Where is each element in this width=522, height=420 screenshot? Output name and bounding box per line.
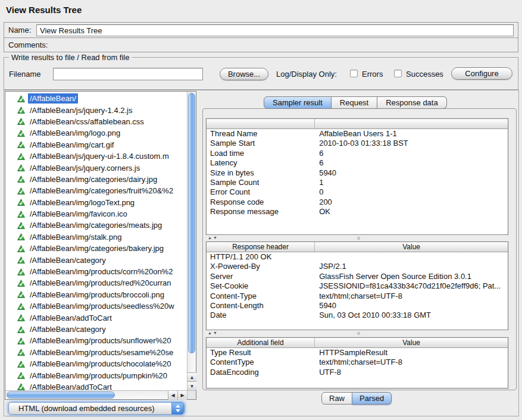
table-cell-value [315,252,508,262]
success-triangle-check-icon [17,291,25,298]
split-collapse-arrows-icon[interactable]: ▲▼ [208,236,218,240]
table-row[interactable]: HTTP/1.1 200 OK [207,252,508,262]
table-row[interactable]: Latency6 [207,158,508,168]
successes-checkbox-label[interactable]: Successes [406,70,443,79]
tree-item[interactable]: /AffableBean/img/favicon.ico [5,208,187,220]
tree-item[interactable]: /AffableBean/img/products/sunflower%20 [5,335,187,346]
tree-item[interactable]: /AffableBean/img/products/red%20curran [5,277,187,289]
errors-checkbox[interactable] [350,70,358,77]
tree-item[interactable]: /AffableBean/img/categories/fruit%20&%2 [5,185,187,196]
tree-item[interactable]: /AffableBean/img/stalk.png [5,231,187,243]
name-input[interactable] [36,24,514,36]
up-down-stepper-icon[interactable] [171,402,184,415]
parsed-button[interactable]: Parsed [352,392,392,405]
renderer-dropdown[interactable]: HTML (download embedded resources) [8,402,185,415]
tree-item[interactable]: /AffableBean/img/cart.gif [5,139,187,151]
split-divider[interactable]: ▲▼ [206,235,508,242]
tree-item-label: /AffableBean/ [28,93,78,104]
table-row[interactable]: Thread NameAffableBean Users 1-1 [207,129,508,139]
successes-checkbox[interactable] [394,70,402,77]
table-cell-value: text/html;charset=UTF-8 [315,292,508,301]
scroll-up-button[interactable]: ▲ [187,372,196,381]
errors-checkbox-label[interactable]: Errors [362,70,383,79]
split-handle-icon[interactable] [357,237,360,240]
raw-button[interactable]: Raw [321,392,352,405]
tab-response-data[interactable]: Response data [377,96,446,109]
tree-item-label: /AffableBean/img/products/pumpkin%20 [28,371,169,381]
comments-input[interactable] [48,39,515,51]
tree-item[interactable]: /AffableBean/img/categories/dairy.jpg [5,174,187,185]
table-row[interactable]: Type ResultHTTPSampleResult [207,348,508,358]
configure-button[interactable]: Configure [451,67,512,80]
table-cell-value: 6 [315,149,508,158]
response-value-col: Value [315,242,508,252]
table-row[interactable]: Content-Length5940 [207,301,508,311]
split-handle-icon[interactable] [357,332,360,335]
tree-item[interactable]: /AffableBean/category [5,254,187,265]
success-triangle-check-icon [17,245,25,252]
table-row[interactable]: X-Powered-ByJSP/2.1 [207,262,508,271]
tree-item[interactable]: /AffableBean/addToCart [5,312,187,323]
table-row[interactable]: Load time6 [207,149,508,158]
tree-item[interactable]: /AffableBean/img/products/sesame%20se [5,347,187,358]
table-row[interactable]: Set-CookieJSESSIONID=f81ca433b34c70d21f0… [207,281,508,291]
filename-input[interactable] [53,68,203,80]
tree-item[interactable]: /AffableBean/category [5,324,187,335]
table-cell-name: Server [207,272,315,281]
scroll-left-button[interactable]: ◀ [168,391,177,400]
vertical-scrollbar[interactable]: ▲ ▼ [187,92,196,390]
table-row[interactable]: Sample Count1 [207,178,508,187]
table-row[interactable]: Sample Start2010-10-03 01:33:18 BST [207,139,508,148]
tree-item[interactable]: /AffableBean/css/affablebean.css [5,116,187,127]
table-cell-value: 5940 [315,168,508,178]
table-row[interactable]: ServerGlassFish Server Open Source Editi… [207,272,508,281]
log-display-only-label: Log/Display Only: [276,70,337,79]
vertical-scrollbar-thumb[interactable] [188,93,195,353]
horizontal-scrollbar[interactable]: ◀ ▶ [5,390,187,399]
success-triangle-check-icon [17,118,25,125]
table-cell-name: Sample Start [207,139,315,148]
table-row[interactable]: Error Count0 [207,187,508,197]
browse-button[interactable]: Browse... [220,68,268,80]
scroll-down-button[interactable]: ▼ [187,381,196,390]
table-row[interactable]: DataEncodingUTF-8 [207,368,508,377]
tree-item[interactable]: /AffableBean/img/logo.png [5,127,187,139]
tree-item[interactable]: /AffableBean/js/jquery.corners.js [5,162,187,173]
scroll-right-button[interactable]: ▶ [177,391,187,400]
tree-item[interactable]: /AffableBean/img/categories/bakery.jpg [5,243,187,254]
table-cell-name: Response message [207,207,315,217]
split-divider[interactable]: ▲▼ [206,330,508,337]
name-row: Name: [4,22,518,38]
success-triangle-check-icon [17,95,25,102]
table-row[interactable]: DateSun, 03 Oct 2010 00:33:18 GMT [207,311,508,320]
split-collapse-arrows-icon[interactable]: ▲▼ [208,331,218,335]
tab-request[interactable]: Request [332,96,377,109]
table-row[interactable]: Content-Typetext/html;charset=UTF-8 [207,292,508,301]
success-triangle-check-icon [17,222,25,229]
table-cell-value: 5940 [315,301,508,311]
tree-item[interactable]: /AffableBean/ [5,93,187,104]
tree-item[interactable]: /AffableBean/img/logoText.png [5,197,187,208]
tree-item[interactable]: /AffableBean/js/jquery-1.4.2.js [5,104,187,115]
tab-sampler-result[interactable]: Sampler result [264,96,332,109]
table-cell-name: DataEncoding [207,368,315,377]
tree-item[interactable]: /AffableBean/img/categories/meats.jpg [5,220,187,231]
table-cell-name: Thread Name [207,129,315,139]
tree-item[interactable]: /AffableBean/js/jquery-ui-1.8.4.custom.m [5,151,187,162]
table-row[interactable]: Response code200 [207,198,508,207]
tree-item-label: /AffableBean/img/products/broccoli.png [28,290,166,300]
tree-item[interactable]: /AffableBean/addToCart [5,381,187,390]
tree-item[interactable]: /AffableBean/img/products/seedless%20w [5,300,187,312]
tree-item[interactable]: /AffableBean/img/products/corn%20on%2 [5,266,187,277]
table-row[interactable]: ContentTypetext/html;charset=UTF-8 [207,358,508,367]
table-row[interactable]: Size in bytes5940 [207,168,508,178]
comments-row: Comments: [4,37,518,52]
tree-item[interactable]: /AffableBean/img/products/chocolate%20 [5,358,187,369]
name-label: Name: [8,23,31,38]
table-row[interactable]: Response messageOK [207,207,508,217]
tree-item[interactable]: /AffableBean/img/products/pumpkin%20 [5,369,187,381]
tree-item[interactable]: /AffableBean/img/products/broccoli.png [5,289,187,300]
horizontal-scrollbar-thumb[interactable] [7,391,115,399]
table-cell-name: Date [207,311,315,320]
tree-item-label: /AffableBean/img/categories/meats.jpg [28,220,164,230]
